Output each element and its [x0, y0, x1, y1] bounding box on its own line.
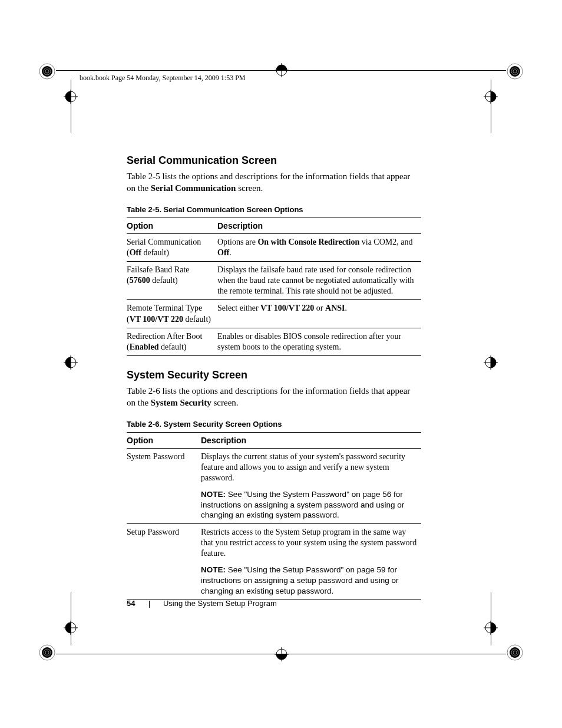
crop-corner-bl [39, 644, 55, 661]
crop-line-bottom [56, 654, 506, 654]
section-intro-serial: Table 2-5 lists the options and descript… [127, 170, 421, 195]
table-row: Remote Terminal Type(VT 100/VT 220 defau… [127, 300, 421, 328]
svg-point-1 [42, 66, 52, 77]
table-caption-2-6: Table 2-6. System Security Screen Option… [127, 420, 421, 429]
crop-corner-tr [507, 63, 523, 80]
crop-line-left-lower [71, 592, 71, 645]
table-2-5: Option Description Serial Communication(… [127, 218, 421, 357]
table-row: Setup Password Restricts access to the S… [127, 523, 421, 562]
table-row: Serial Communication(Off default) Option… [127, 233, 421, 261]
registration-mark-right-mid [484, 355, 498, 370]
registration-mark-bottom [275, 647, 289, 661]
footer-separator [149, 601, 150, 608]
th-description: Description [217, 218, 421, 233]
table-caption-2-5: Table 2-5. Serial Communication Screen O… [127, 205, 421, 214]
svg-point-5 [510, 66, 520, 77]
svg-point-9 [42, 647, 52, 658]
crop-line-right-upper [491, 80, 491, 133]
crop-corner-br [507, 644, 523, 661]
th-option: Option [127, 218, 217, 233]
table-row-note: NOTE: See "Using the System Password" on… [127, 486, 421, 523]
page-number: 54 [127, 599, 135, 608]
table-2-6: Option Description System Password Displ… [127, 432, 421, 599]
registration-mark-left-mid [64, 355, 78, 370]
table-row: System Password Displays the current sta… [127, 448, 421, 486]
section-heading-security: System Security Screen [127, 369, 421, 381]
crop-corner-tl [39, 63, 55, 80]
th-description: Description [201, 432, 421, 448]
table-row-note: NOTE: See "Using the Setup Password" on … [127, 562, 421, 599]
crop-line-top [56, 70, 506, 71]
header-line: book.book Page 54 Monday, September 14, … [80, 74, 246, 83]
th-option: Option [127, 432, 201, 448]
footer-title: Using the System Setup Program [163, 599, 277, 608]
table-row: Failsafe Baud Rate(57600 default) Displa… [127, 261, 421, 300]
table-row: Redirection After Boot(Enabled default) … [127, 328, 421, 355]
crop-line-left-upper [71, 80, 71, 133]
section-heading-serial: Serial Communication Screen [127, 154, 421, 167]
page-content: Serial Communication Screen Table 2-5 li… [127, 154, 421, 612]
section-intro-security: Table 2-6 lists the options and descript… [127, 385, 421, 409]
crop-line-right-lower [491, 592, 491, 645]
page-footer: 54 Using the System Setup Program [127, 599, 277, 608]
svg-point-13 [510, 647, 520, 658]
